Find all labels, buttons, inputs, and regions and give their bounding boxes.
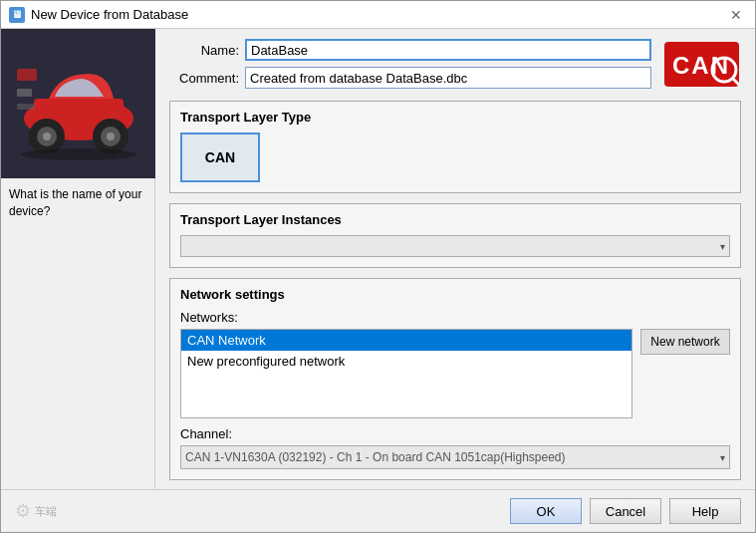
svg-rect-11 [17,104,35,110]
header-row: Name: Comment: CAN [169,39,741,95]
can-logo-svg: CAN [664,42,739,87]
dropdown-arrow-icon: ▾ [720,241,725,252]
network-settings-title: Network settings [180,287,730,302]
svg-point-8 [21,148,136,160]
comment-row: Comment: [169,67,651,89]
car-illustration [9,39,148,168]
name-row: Name: [169,39,651,61]
can-logo: CAN [661,39,741,89]
networks-label: Networks: [180,310,730,325]
close-button[interactable]: ✕ [725,4,747,26]
svg-text:CAN: CAN [672,52,730,79]
gear-watermark-icon: ⚙ [15,500,31,522]
title-bar: 🖥 New Device from Database ✕ [1,1,755,29]
wizard-question: What is the name of your device? [9,187,141,218]
channel-dropdown[interactable]: CAN 1-VN1630A (032192) - Ch 1 - On board… [180,445,730,469]
comment-label: Comment: [169,71,239,86]
ok-button[interactable]: OK [510,498,582,524]
network-item-preconfigured[interactable]: New preconfigured network [181,351,631,372]
header-fields: Name: Comment: [169,39,651,95]
svg-point-7 [107,133,115,140]
watermark-area: ⚙ 车端 [15,500,57,522]
new-network-button[interactable]: New network [640,329,730,355]
right-panel: Name: Comment: CAN [155,29,755,489]
networks-container: CAN Network New preconfigured network Ne… [180,329,730,418]
network-settings-section: Network settings Networks: CAN Network N… [169,278,741,480]
name-label: Name: [169,43,239,58]
name-input[interactable] [245,39,651,61]
comment-input[interactable] [245,67,651,89]
title-bar-left: 🖥 New Device from Database [9,7,188,23]
content-area: What is the name of your device? Name: C… [1,29,755,489]
network-list[interactable]: CAN Network New preconfigured network [180,329,632,418]
network-item-preconfigured-label: New preconfigured network [187,354,345,369]
channel-dropdown-value: CAN 1-VN1630A (032192) - Ch 1 - On board… [185,450,566,464]
svg-point-4 [43,133,51,140]
transport-layer-instances-title: Transport Layer Instances [180,212,730,227]
network-item-can[interactable]: CAN Network [181,330,631,351]
window-title: New Device from Database [31,7,188,22]
can-transport-button[interactable]: CAN [180,133,260,182]
wizard-text: What is the name of your device? [1,178,154,228]
left-panel: What is the name of your device? [1,29,155,489]
help-button[interactable]: Help [669,498,741,524]
bottom-bar: ⚙ 车端 OK Cancel Help [1,489,755,532]
channel-label: Channel: [180,426,730,441]
svg-rect-10 [17,89,32,97]
device-image [1,29,155,178]
network-item-can-label: CAN Network [187,333,266,348]
channel-dropdown-arrow-icon: ▾ [720,452,725,463]
transport-layer-instances-section: Transport Layer Instances ▾ [169,203,741,268]
watermark-text: 车端 [35,504,57,519]
transport-layer-type-section: Transport Layer Type CAN [169,101,741,193]
transport-layer-type-title: Transport Layer Type [180,110,730,125]
window-icon: 🖥 [9,7,25,23]
cancel-button[interactable]: Cancel [590,498,661,524]
main-window: 🖥 New Device from Database ✕ [0,0,756,533]
svg-rect-9 [17,69,37,81]
instances-dropdown[interactable]: ▾ [180,235,730,257]
